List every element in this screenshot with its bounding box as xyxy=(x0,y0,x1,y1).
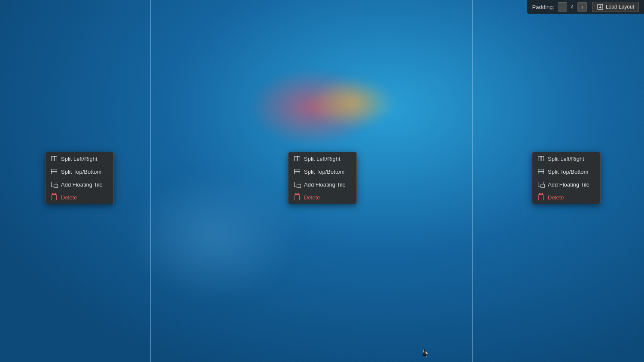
menu-left-delete[interactable]: Delete xyxy=(46,191,113,204)
context-menu-center: Split Left/Right Split Top/Bottom Add Fl… xyxy=(288,152,357,204)
split-lr-icon xyxy=(51,155,58,162)
context-menu-left: Split Left/Right Split Top/Bottom Add Fl… xyxy=(45,152,114,204)
menu-right-delete-label: Delete xyxy=(548,194,564,201)
padding-label: Padding: xyxy=(532,4,554,10)
float-icon-center xyxy=(294,181,301,188)
menu-center-delete-label: Delete xyxy=(304,194,320,201)
bg-blob-3 xyxy=(129,172,301,300)
load-layout-label: Load Layout xyxy=(606,4,634,10)
menu-left-split-lr[interactable]: Split Left/Right xyxy=(46,152,113,165)
menu-left-split-tb-label: Split Top/Bottom xyxy=(61,169,101,175)
menu-left-add-floating-label: Add Floating Tile xyxy=(61,181,103,188)
delete-icon-center xyxy=(294,194,301,201)
menu-center-add-floating-label: Add Floating Tile xyxy=(304,181,346,188)
menu-center-split-lr-label: Split Left/Right xyxy=(304,156,340,162)
context-menu-right: Split Left/Right Split Top/Bottom Add Fl… xyxy=(532,152,601,204)
float-icon-right xyxy=(538,181,544,188)
menu-center-split-tb-label: Split Top/Bottom xyxy=(304,169,344,175)
menu-center-delete[interactable]: Delete xyxy=(289,191,356,204)
menu-right-split-lr-label: Split Left/Right xyxy=(548,156,584,162)
bg-blob-2 xyxy=(309,77,395,129)
menu-right-delete[interactable]: Delete xyxy=(532,191,600,204)
padding-increase-button[interactable]: + xyxy=(577,2,587,12)
menu-center-add-floating[interactable]: Add Floating Tile xyxy=(289,178,356,191)
load-layout-icon xyxy=(597,3,604,10)
split-lr-icon-right xyxy=(538,155,544,162)
split-lr-icon-center xyxy=(294,155,301,162)
load-layout-button[interactable]: Load Layout xyxy=(592,2,639,12)
menu-right-split-lr[interactable]: Split Left/Right xyxy=(532,152,600,165)
padding-value: 4 xyxy=(569,4,576,10)
float-icon xyxy=(51,181,58,188)
menu-left-delete-label: Delete xyxy=(61,194,77,201)
padding-decrease-button[interactable]: − xyxy=(558,2,567,12)
split-tb-icon-center xyxy=(294,168,301,175)
menu-center-split-tb[interactable]: Split Top/Bottom xyxy=(289,165,356,178)
menu-left-add-floating[interactable]: Add Floating Tile xyxy=(46,178,113,191)
menu-right-split-tb[interactable]: Split Top/Bottom xyxy=(532,165,600,178)
menu-left-split-tb[interactable]: Split Top/Bottom xyxy=(46,165,113,178)
menu-right-add-floating[interactable]: Add Floating Tile xyxy=(532,178,600,191)
menu-center-split-lr[interactable]: Split Left/Right xyxy=(289,152,356,165)
menu-right-split-tb-label: Split Top/Bottom xyxy=(548,169,588,175)
menu-right-add-floating-label: Add Floating Tile xyxy=(548,181,589,188)
split-tb-icon-right xyxy=(538,168,544,175)
delete-icon-right xyxy=(538,194,544,201)
split-tb-icon xyxy=(51,168,58,175)
top-bar: Padding: − 4 + Load Layout xyxy=(527,0,644,14)
menu-left-split-lr-label: Split Left/Right xyxy=(61,156,97,162)
delete-icon xyxy=(51,194,58,201)
